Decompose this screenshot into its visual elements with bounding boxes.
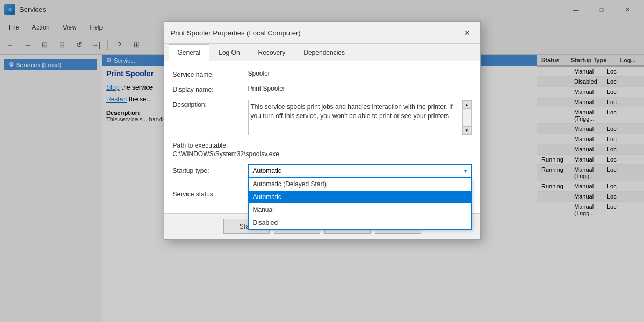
- dropdown-list: Automatic (Delayed Start) Automatic Manu…: [248, 177, 472, 230]
- scroll-up-arrow[interactable]: ▲: [462, 100, 471, 109]
- dropdown-option-automatic[interactable]: Automatic: [249, 191, 471, 203]
- dialog-overlay: Print Spooler Properties (Local Computer…: [0, 0, 644, 322]
- description-row: Description: This service spools print j…: [173, 100, 472, 135]
- tab-dependencies[interactable]: Dependencies: [294, 44, 354, 61]
- startup-dropdown[interactable]: Automatic ▾ Automatic (Delayed Start) Au…: [248, 164, 472, 177]
- path-value: C:\WINDOWS\System32\spoolsv.exe: [173, 150, 472, 158]
- dropdown-option-manual[interactable]: Manual: [249, 203, 471, 216]
- startup-row: Startup type: Automatic ▾ Automatic (Del…: [173, 164, 472, 177]
- description-form-label: Description:: [173, 100, 248, 108]
- startup-type-label: Startup type:: [173, 167, 248, 174]
- dropdown-option-disabled[interactable]: Disabled: [249, 216, 471, 229]
- dialog-title-bar: Print Spooler Properties (Local Computer…: [164, 22, 480, 44]
- dropdown-selected[interactable]: Automatic ▾: [248, 164, 472, 177]
- tab-general[interactable]: General: [169, 44, 210, 61]
- service-status-label: Service status:: [173, 191, 248, 198]
- display-name-row: Display name: Print Spooler: [173, 85, 472, 93]
- dropdown-option-delayed[interactable]: Automatic (Delayed Start): [249, 178, 471, 191]
- dropdown-selected-text: Automatic: [253, 167, 281, 174]
- scroll-down-arrow[interactable]: ▼: [462, 126, 471, 135]
- description-field-text: This service spools print jobs and handl…: [251, 103, 469, 121]
- dialog-title: Print Spooler Properties (Local Computer…: [171, 29, 301, 37]
- service-name-row: Service name: Spooler: [173, 70, 472, 78]
- service-name-label: Service name:: [173, 70, 248, 78]
- description-field[interactable]: This service spools print jobs and handl…: [248, 100, 472, 135]
- tab-logon[interactable]: Log On: [209, 44, 249, 61]
- tab-recovery[interactable]: Recovery: [249, 44, 295, 61]
- tabs-bar: General Log On Recovery Dependencies: [164, 44, 480, 61]
- path-section: Path to executable: C:\WINDOWS\System32\…: [173, 142, 472, 158]
- description-scrollbar: ▲ ▼: [462, 100, 471, 135]
- dialog-close-button[interactable]: ✕: [461, 26, 474, 39]
- display-name-value: Print Spooler: [248, 85, 472, 92]
- display-name-label: Display name:: [173, 85, 248, 93]
- properties-dialog: Print Spooler Properties (Local Computer…: [164, 21, 481, 240]
- dropdown-arrow-icon: ▾: [464, 168, 467, 174]
- service-name-value: Spooler: [248, 70, 472, 77]
- dialog-body: Service name: Spooler Display name: Prin…: [164, 61, 480, 213]
- path-label: Path to executable:: [173, 142, 472, 149]
